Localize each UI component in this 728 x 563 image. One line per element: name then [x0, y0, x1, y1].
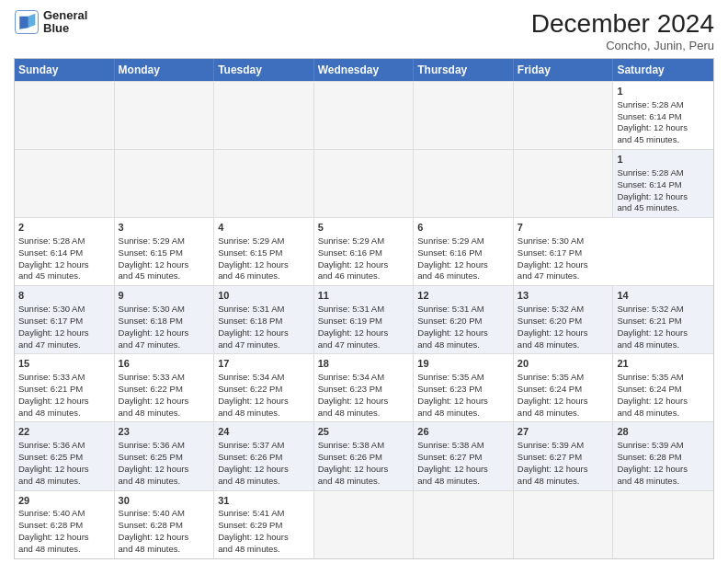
day-number: 3 — [119, 221, 210, 235]
table-row: 2Sunrise: 5:28 AMSunset: 6:14 PMDaylight… — [15, 218, 115, 285]
day-number: 27 — [518, 425, 609, 439]
table-row — [314, 82, 415, 149]
day-number: 4 — [218, 221, 310, 235]
table-row — [613, 491, 713, 558]
table-row — [314, 150, 415, 217]
logo-text: General Blue — [43, 9, 87, 36]
table-row: 25Sunrise: 5:38 AMSunset: 6:26 PMDayligh… — [314, 422, 415, 489]
table-row — [15, 150, 115, 217]
day-number: 1 — [617, 85, 710, 98]
table-row: 22Sunrise: 5:36 AMSunset: 6:25 PMDayligh… — [15, 422, 115, 489]
day-number: 7 — [518, 221, 610, 235]
header-day: Wednesday — [314, 59, 415, 81]
calendar-row: 1Sunrise: 5:28 AMSunset: 6:14 PMDaylight… — [15, 81, 713, 149]
table-row: 30Sunrise: 5:40 AMSunset: 6:28 PMDayligh… — [115, 491, 215, 558]
logo-icon — [14, 9, 40, 35]
calendar-body: 1Sunrise: 5:28 AMSunset: 6:14 PMDaylight… — [15, 81, 713, 558]
logo-line1: General — [43, 9, 87, 22]
day-number: 26 — [417, 425, 509, 439]
day-number: 6 — [417, 221, 509, 235]
table-row: 19Sunrise: 5:35 AMSunset: 6:23 PMDayligh… — [414, 354, 514, 421]
table-row — [514, 491, 614, 558]
header-day: Tuesday — [214, 59, 314, 81]
table-row: 29Sunrise: 5:40 AMSunset: 6:28 PMDayligh… — [15, 491, 115, 558]
page: General Blue December 2024 Concho, Junin… — [0, 0, 728, 563]
table-row: 21Sunrise: 5:35 AMSunset: 6:24 PMDayligh… — [613, 354, 713, 421]
table-row: 28Sunrise: 5:39 AMSunset: 6:28 PMDayligh… — [613, 422, 713, 489]
day-number: 23 — [119, 425, 210, 439]
table-row — [115, 150, 215, 217]
day-number: 29 — [18, 494, 110, 508]
table-row — [314, 491, 415, 558]
table-row — [414, 82, 514, 149]
calendar-row: 2Sunrise: 5:28 AMSunset: 6:14 PMDaylight… — [15, 217, 713, 285]
calendar-row: 29Sunrise: 5:40 AMSunset: 6:28 PMDayligh… — [15, 490, 713, 558]
table-row: 17Sunrise: 5:34 AMSunset: 6:22 PMDayligh… — [214, 354, 314, 421]
day-number: 2 — [18, 221, 110, 235]
header-day: Sunday — [15, 59, 115, 81]
day-number: 10 — [218, 289, 310, 303]
table-row: 13Sunrise: 5:32 AMSunset: 6:20 PMDayligh… — [514, 286, 614, 353]
day-number: 30 — [119, 494, 210, 508]
calendar-row: 15Sunrise: 5:33 AMSunset: 6:21 PMDayligh… — [15, 353, 713, 421]
table-row: 24Sunrise: 5:37 AMSunset: 6:26 PMDayligh… — [214, 422, 314, 489]
table-row — [15, 82, 115, 149]
day-number: 20 — [518, 357, 609, 371]
table-row: 27Sunrise: 5:39 AMSunset: 6:27 PMDayligh… — [514, 422, 614, 489]
table-row: 3Sunrise: 5:29 AMSunset: 6:15 PMDaylight… — [115, 218, 215, 285]
table-row: 7Sunrise: 5:30 AMSunset: 6:17 PMDaylight… — [514, 218, 614, 285]
calendar: SundayMondayTuesdayWednesdayThursdayFrid… — [14, 58, 714, 559]
day-number: 11 — [318, 289, 410, 303]
day-number: 12 — [417, 289, 509, 303]
table-row: 14Sunrise: 5:32 AMSunset: 6:21 PMDayligh… — [613, 286, 713, 353]
table-row — [115, 82, 215, 149]
day-number: 5 — [318, 221, 410, 235]
logo: General Blue — [14, 9, 87, 36]
title-area: December 2024 Concho, Junin, Peru — [531, 9, 714, 52]
day-number: 24 — [218, 425, 310, 439]
day-number: 16 — [119, 357, 210, 371]
header-day: Saturday — [613, 59, 713, 81]
day-number: 1 — [617, 153, 710, 167]
day-number: 15 — [18, 357, 110, 371]
table-row: 1Sunrise: 5:28 AMSunset: 6:14 PMDaylight… — [613, 82, 713, 149]
day-number: 31 — [218, 494, 310, 508]
table-row: 26Sunrise: 5:38 AMSunset: 6:27 PMDayligh… — [414, 422, 514, 489]
calendar-row: 8Sunrise: 5:30 AMSunset: 6:17 PMDaylight… — [15, 285, 713, 353]
day-number: 22 — [18, 425, 110, 439]
day-number: 18 — [318, 357, 410, 371]
table-row: 5Sunrise: 5:29 AMSunset: 6:16 PMDaylight… — [314, 218, 415, 285]
table-row — [514, 82, 614, 149]
table-row: 23Sunrise: 5:36 AMSunset: 6:25 PMDayligh… — [115, 422, 215, 489]
day-number: 9 — [119, 289, 210, 303]
logo-line2: Blue — [43, 22, 87, 35]
table-row — [414, 491, 514, 558]
table-row: 16Sunrise: 5:33 AMSunset: 6:22 PMDayligh… — [115, 354, 215, 421]
day-number: 25 — [318, 425, 410, 439]
day-number: 14 — [617, 289, 710, 303]
month-title: December 2024 — [531, 9, 714, 39]
day-number: 8 — [18, 289, 110, 303]
table-row — [514, 150, 614, 217]
table-row: 6Sunrise: 5:29 AMSunset: 6:16 PMDaylight… — [414, 218, 514, 285]
table-row: 1Sunrise: 5:28 AMSunset: 6:14 PMDaylight… — [613, 150, 713, 217]
table-row: 8Sunrise: 5:30 AMSunset: 6:17 PMDaylight… — [15, 286, 115, 353]
calendar-header: SundayMondayTuesdayWednesdayThursdayFrid… — [15, 59, 713, 81]
table-row: 10Sunrise: 5:31 AMSunset: 6:18 PMDayligh… — [214, 286, 314, 353]
table-row: 9Sunrise: 5:30 AMSunset: 6:18 PMDaylight… — [115, 286, 215, 353]
calendar-row: 22Sunrise: 5:36 AMSunset: 6:25 PMDayligh… — [15, 421, 713, 489]
day-number: 13 — [518, 289, 609, 303]
table-row: 18Sunrise: 5:34 AMSunset: 6:23 PMDayligh… — [314, 354, 415, 421]
location: Concho, Junin, Peru — [531, 39, 714, 52]
header-day: Monday — [115, 59, 215, 81]
day-number: 19 — [417, 357, 509, 371]
header-day: Friday — [514, 59, 614, 81]
table-row: 11Sunrise: 5:31 AMSunset: 6:19 PMDayligh… — [314, 286, 415, 353]
day-number: 17 — [218, 357, 310, 371]
table-row: 31Sunrise: 5:41 AMSunset: 6:29 PMDayligh… — [214, 491, 314, 558]
header-day: Thursday — [414, 59, 514, 81]
table-row — [414, 150, 514, 217]
table-row: 20Sunrise: 5:35 AMSunset: 6:24 PMDayligh… — [514, 354, 614, 421]
calendar-row: 1Sunrise: 5:28 AMSunset: 6:14 PMDaylight… — [15, 149, 713, 217]
table-row: 4Sunrise: 5:29 AMSunset: 6:15 PMDaylight… — [214, 218, 314, 285]
